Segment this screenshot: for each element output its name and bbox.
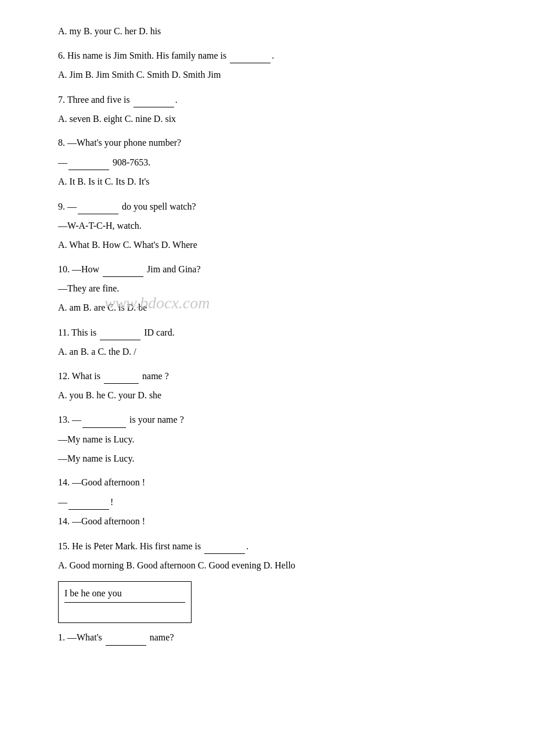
answer-8: — 908-7653. xyxy=(58,154,476,170)
question-10: 10. —How Jim and Gina? xyxy=(58,261,476,277)
options-14: 14. —Good afternoon ! xyxy=(58,513,476,529)
question-7: 7. Three and five is . xyxy=(58,91,476,107)
options-8: A. It B. Is it C. Its D. It's xyxy=(58,174,476,189)
options-10: A. am B. are C. is D. be xyxy=(58,300,476,315)
question-8: 8. —What's your phone number? xyxy=(58,135,476,150)
options-7: A. seven B. eight C. nine D. six xyxy=(58,111,476,127)
question-15: 15. He is Peter Mark. His first name is … xyxy=(58,538,476,554)
word-box-blank-row xyxy=(64,602,185,620)
options-9: A. What B. How C. What's D. Where xyxy=(58,237,476,253)
options-12: A. you B. he C. your D. she xyxy=(58,387,476,403)
question-13: 13. — is your name ? xyxy=(58,411,476,427)
options-15: A. Good morning B. Good afternoon C. Goo… xyxy=(58,557,476,573)
answer-10: —They are fine. xyxy=(58,280,476,296)
options-6: A. Jim B. Jim Smith C. Smith D. Smith Ji… xyxy=(58,67,476,82)
question-14: 14. —Good afternoon ! xyxy=(58,474,476,490)
question-12: 12. What is name ? xyxy=(58,368,476,384)
answer-14: — ! xyxy=(58,494,476,510)
answer-13: —My name is Lucy. xyxy=(58,431,476,447)
word-box-words: I be he one you xyxy=(64,585,185,602)
question-6: 6. His name is Jim Smith. His family nam… xyxy=(58,47,476,63)
question-11: 11. This is ID card. www.bdocx.com xyxy=(58,324,476,340)
word-box: I be he one you xyxy=(58,581,192,624)
answer-9: —W-A-T-C-H, watch. xyxy=(58,218,476,233)
options-my-your: A. my B. your C. her D. his xyxy=(58,23,476,39)
page-content: A. my B. your C. her D. his 6. His name … xyxy=(58,23,476,646)
options-13: —My name is Lucy. xyxy=(58,451,476,466)
options-11: A. an B. a C. the D. / xyxy=(58,344,476,359)
fill-question-1: 1. —What's name? xyxy=(58,629,476,645)
question-9: 9. — do you spell watch? xyxy=(58,198,476,214)
